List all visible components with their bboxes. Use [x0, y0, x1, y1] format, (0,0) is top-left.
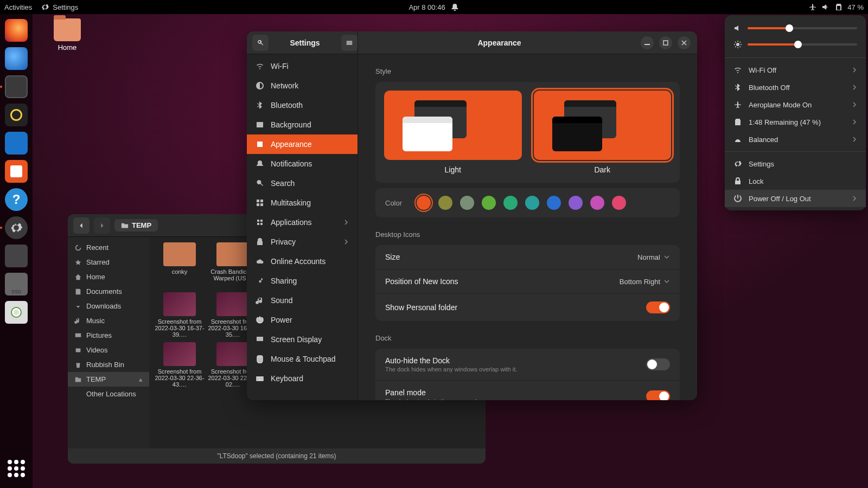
app-icon [256, 140, 264, 149]
settings-content: Style Light Dark Color Desktop Icons Siz… [358, 54, 697, 400]
personal-folder-toggle[interactable] [646, 301, 670, 313]
files-sidebar-pictures[interactable]: Pictures [68, 328, 149, 343]
files-sidebar-videos[interactable]: Videos [68, 343, 149, 357]
close-button[interactable] [678, 36, 691, 49]
color-swatch-2[interactable] [460, 196, 474, 210]
forward-button[interactable] [94, 217, 110, 234]
files-sidebar-downloads[interactable]: Downloads [68, 299, 149, 313]
chevron-right-icon [852, 102, 857, 107]
color-swatch-7[interactable] [569, 196, 583, 210]
settings-nav-applications[interactable]: Applications [247, 213, 358, 232]
chevron-right-icon [852, 119, 857, 125]
back-button[interactable] [73, 217, 90, 234]
color-swatch-1[interactable] [438, 196, 452, 210]
path-bar[interactable]: TEMP [114, 219, 158, 232]
style-dark[interactable]: Dark [534, 91, 672, 174]
settings-nav-bluetooth[interactable]: Bluetooth [247, 95, 358, 115]
sysmenu-lock-label: Lock [749, 177, 763, 185]
settings-nav-privacy[interactable]: Privacy [247, 232, 358, 252]
settings-nav-notifications[interactable]: Notifications [247, 154, 358, 174]
maximize-button[interactable] [659, 36, 672, 49]
files-sidebar-recent[interactable]: Recent [68, 240, 149, 255]
dock-help[interactable]: ? [3, 187, 29, 213]
settings-nav-sharing[interactable]: Sharing [247, 271, 358, 291]
chevron-right-icon [852, 196, 857, 201]
color-swatch-8[interactable] [590, 196, 604, 210]
settings-nav-screen-display[interactable]: Screen Display [247, 330, 358, 349]
files-sidebar-music[interactable]: Music [68, 313, 149, 328]
files-sidebar-rubbish-bin[interactable]: Rubbish Bin [68, 357, 149, 372]
sysmenu-bluetooth-off[interactable]: Bluetooth Off [725, 79, 866, 96]
dock-software[interactable] [3, 158, 29, 184]
files-sidebar-add[interactable]: Other Locations [68, 387, 149, 401]
net-icon [256, 81, 264, 90]
sysmenu-lock[interactable]: Lock [725, 172, 866, 190]
wifi-icon [256, 62, 264, 70]
color-swatch-0[interactable] [417, 196, 431, 210]
file-item[interactable]: Screenshot from 2022-03-30 22-36-43.… [155, 342, 205, 388]
settings-nav-mouse-touchpad[interactable]: Mouse & Touchpad [247, 349, 358, 369]
settings-nav-multitasking[interactable]: Multitasking [247, 193, 358, 213]
dock-files[interactable] [3, 74, 29, 100]
settings-nav-keyboard[interactable]: Keyboard [247, 369, 358, 388]
volume-slider[interactable] [725, 22, 866, 38]
path-segment: TEMP [132, 221, 151, 229]
settings-nav-power[interactable]: Power [247, 310, 358, 330]
sysmenu-aeroplane-mode-on[interactable]: Aeroplane Mode On [725, 96, 866, 113]
settings-nav-sound[interactable]: Sound [247, 291, 358, 310]
dock-writer[interactable] [3, 130, 29, 156]
dock-thunderbird[interactable] [3, 46, 29, 72]
battery-icon [834, 3, 843, 11]
style-light[interactable]: Light [384, 91, 522, 174]
settings-nav-network[interactable]: Network [247, 76, 358, 95]
color-swatch-4[interactable] [503, 196, 518, 210]
sysmenu-settings[interactable]: Settings [725, 155, 866, 172]
settings-nav-background[interactable]: Background [247, 115, 358, 134]
dock-ssd[interactable]: SSD [3, 271, 29, 297]
files-sidebar-home[interactable]: Home [68, 269, 149, 284]
files-sidebar-starred[interactable]: Starred [68, 255, 149, 269]
settings-nav-wi-fi[interactable]: Wi-Fi [247, 56, 358, 76]
color-swatch-6[interactable] [547, 196, 561, 210]
activities-button[interactable]: Activities [4, 3, 32, 11]
minimize-button[interactable] [641, 36, 654, 49]
settings-nav-search[interactable]: Search [247, 174, 358, 193]
hamburger-button[interactable] [341, 35, 358, 51]
search-button[interactable] [252, 35, 269, 51]
chevron-right-icon [852, 67, 857, 73]
dock-show-apps[interactable] [3, 455, 29, 481]
accent-color-row: Color [375, 188, 680, 217]
dock-trash[interactable] [3, 299, 29, 325]
dock-usb[interactable] [3, 243, 29, 269]
maximize-icon [663, 40, 668, 46]
panelmode-toggle[interactable] [646, 390, 670, 400]
file-item[interactable]: conky [155, 242, 205, 288]
active-app-menu[interactable]: Settings [41, 3, 78, 11]
sysmenu-power[interactable]: Power Off / Log Out [725, 190, 866, 207]
panelmode-sub: The dock extends to the screen edge. [385, 398, 485, 400]
sysmenu-balanced[interactable]: Balanced [725, 131, 866, 148]
files-sidebar-temp[interactable]: TEMP▴ [68, 372, 149, 387]
desktop-home-icon[interactable]: Home [46, 18, 89, 52]
gear-icon [733, 159, 742, 168]
color-swatch-9[interactable] [612, 196, 626, 210]
autohide-toggle[interactable] [646, 358, 670, 370]
sysmenu-wi-fi-off[interactable]: Wi-Fi Off [725, 61, 866, 79]
sysmenu--remaining-[interactable]: 1:48 Remaining (47 %) [725, 113, 866, 131]
sidebar-icon [74, 273, 82, 281]
size-row[interactable]: Size Normal [375, 245, 680, 269]
settings-nav-appearance[interactable]: Appearance [247, 134, 358, 154]
color-swatch-3[interactable] [482, 196, 496, 210]
dock-rhythmbox[interactable] [3, 102, 29, 128]
file-item[interactable]: Screenshot from 2022-03-30 16-37-39.… [155, 292, 205, 338]
settings-nav-online-accounts[interactable]: Online Accounts [247, 252, 358, 271]
dock-firefox[interactable] [3, 17, 29, 43]
brightness-slider[interactable] [725, 38, 866, 54]
dock-settings[interactable] [3, 215, 29, 241]
system-tray[interactable]: 47 % [808, 3, 864, 11]
position-row[interactable]: Position of New Icons Bottom Right [375, 269, 680, 294]
files-sidebar-documents[interactable]: Documents [68, 284, 149, 299]
clock-area[interactable]: Apr 8 00:46 [409, 3, 459, 11]
chevron-right-icon [343, 239, 349, 245]
color-swatch-5[interactable] [525, 196, 539, 210]
